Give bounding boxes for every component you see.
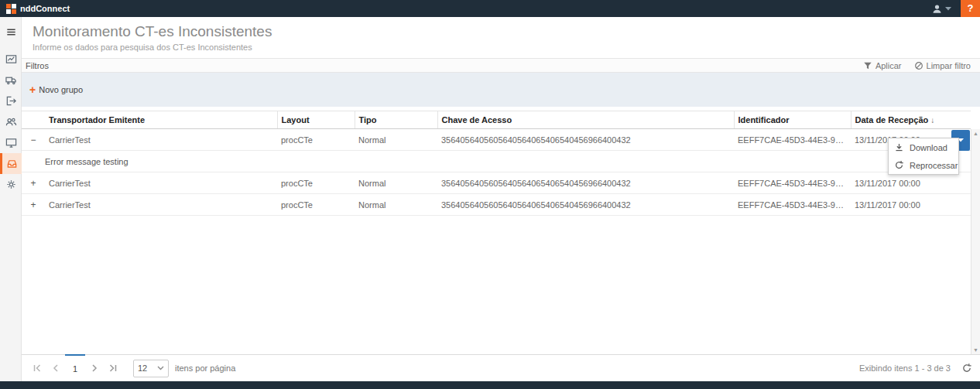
expand-row-button[interactable]: +	[30, 179, 36, 188]
new-group-label: Novo grupo	[39, 85, 83, 94]
filters-title: Filtros	[26, 61, 49, 70]
inbox-documents-icon	[6, 158, 18, 169]
export-icon	[5, 95, 17, 107]
clear-filter-button[interactable]: Limpar filtro	[914, 61, 971, 70]
filter-group-panel: + Novo grupo	[22, 73, 980, 107]
cell-chave: 3564056405605640564065406540456966400432	[437, 129, 734, 151]
prev-page-button[interactable]	[46, 359, 65, 377]
refresh-button[interactable]	[961, 363, 972, 374]
cell-data: 13/11/2017 00:00	[851, 172, 971, 194]
sidebar	[0, 17, 22, 381]
page-size-value: 12	[138, 363, 147, 373]
detail-message: Error message testing	[22, 151, 971, 172]
menu-item-label: Reprocessar	[910, 161, 958, 170]
download-icon	[894, 142, 904, 152]
filter-funnel-icon	[863, 61, 872, 70]
user-menu[interactable]	[932, 4, 951, 14]
table-row[interactable]: − CarrierTest procCTe Normal 35640564056…	[22, 129, 971, 151]
cell-transportador: CarrierTest	[45, 194, 277, 216]
col-header-label: Data de Recepção	[855, 115, 929, 125]
truck-icon	[5, 74, 17, 86]
cell-layout: procCTe	[277, 194, 355, 216]
col-header-expander	[22, 111, 45, 129]
next-page-button[interactable]	[85, 359, 104, 377]
header-row: Transportador Emitente Layout Tipo Chave…	[22, 111, 971, 129]
cell-identificador: EEFF7CAE-45D3-44E3-983D-666564F24...	[734, 194, 851, 216]
users-icon	[5, 116, 17, 128]
help-button[interactable]: ?	[961, 0, 980, 17]
col-header-label: Identificador	[738, 115, 790, 125]
first-page-button[interactable]	[28, 359, 46, 377]
row-actions-menu: Download Reprocessar	[888, 138, 959, 175]
table-row[interactable]: + CarrierTest procCTe Normal 35640564056…	[22, 172, 971, 194]
expand-row-button[interactable]: +	[30, 200, 36, 210]
sidebar-item-settings[interactable]	[0, 174, 22, 195]
apply-filter-button[interactable]: Aplicar	[863, 61, 902, 70]
brand-logo-icon	[6, 4, 16, 14]
gear-icon	[5, 179, 17, 190]
col-header-data[interactable]: Data de Recepção↓	[851, 111, 971, 129]
col-header-tipo[interactable]: Tipo	[355, 111, 437, 129]
table-row[interactable]: + CarrierTest procCTe Normal 35640564056…	[22, 194, 971, 216]
menu-item-label: Download	[910, 143, 947, 152]
cell-transportador: CarrierTest	[45, 172, 277, 194]
results-grid: Transportador Emitente Layout Tipo Chave…	[22, 111, 980, 354]
col-header-label: Transportador Emitente	[49, 115, 145, 125]
col-header-label: Tipo	[359, 115, 377, 125]
sidebar-item-freight[interactable]	[0, 70, 22, 90]
sidebar-item-cte[interactable]	[0, 153, 22, 174]
cancel-circle-icon	[914, 61, 923, 70]
cell-data: 13/11/2017 00:00	[851, 194, 971, 216]
detail-row: Error message testing	[22, 151, 971, 172]
new-group-button[interactable]: + Novo grupo	[29, 85, 83, 94]
vertical-scrollbar[interactable]: ▲ ▼	[971, 129, 980, 354]
topbar: nddConnect ?	[0, 0, 980, 17]
col-header-layout[interactable]: Layout	[277, 111, 355, 129]
col-header-label: Layout	[282, 115, 310, 125]
col-header-transportador[interactable]: Transportador Emitente	[45, 111, 277, 129]
cell-identificador: EEFF7CAE-45D3-44E3-983D-666564F24...	[734, 172, 851, 194]
cell-tipo: Normal	[355, 129, 437, 151]
menu-item-reprocess[interactable]: Reprocessar	[889, 156, 958, 174]
clear-filter-label: Limpar filtro	[927, 61, 971, 70]
page-subtitle: Informe os dados para pesquisa dos CT-es…	[33, 43, 969, 52]
cell-chave: 3564056405605640564065406540456966400432	[437, 194, 734, 216]
cell-transportador: CarrierTest	[45, 129, 277, 151]
collapse-row-button[interactable]: −	[30, 135, 36, 145]
chevron-down-icon	[945, 7, 951, 11]
items-summary: Exibindo itens 1 - 3 de 3	[859, 363, 951, 373]
apply-filter-label: Aplicar	[875, 61, 902, 70]
current-page[interactable]: 1	[65, 354, 85, 381]
sort-desc-icon: ↓	[930, 116, 934, 125]
scroll-up-icon[interactable]: ▲	[973, 131, 978, 136]
pagination-bar: 1 12 itens por página Exibindo itens 1 -…	[22, 354, 980, 381]
cell-identificador: EEFF7CAE-45D3-44E3-983D-666564F24...	[734, 129, 851, 151]
plus-icon: +	[29, 86, 36, 94]
sidebar-item-users[interactable]	[0, 111, 22, 132]
sidebar-item-monitor[interactable]	[0, 132, 22, 153]
monitor-icon	[5, 137, 17, 148]
per-page-label: itens por página	[175, 363, 235, 373]
cell-tipo: Normal	[355, 194, 437, 216]
page-title: Monitoramento CT-es Inconsistentes	[33, 23, 969, 40]
hamburger-icon	[5, 26, 17, 38]
refresh-icon	[894, 160, 904, 170]
page-size-select[interactable]: 12	[133, 360, 169, 377]
col-header-identificador[interactable]: Identificador	[734, 111, 851, 129]
chevron-down-icon	[157, 366, 164, 370]
brand: nddConnect	[6, 4, 70, 14]
sidebar-item-export[interactable]	[0, 90, 22, 111]
footer-bar	[0, 381, 980, 389]
user-icon	[932, 4, 942, 14]
brand-name: nddConnect	[20, 4, 70, 13]
sidebar-item-reports[interactable]	[0, 49, 22, 70]
main-content: Monitoramento CT-es Inconsistentes Infor…	[22, 17, 980, 381]
col-header-chave[interactable]: Chave de Acesso	[437, 111, 734, 129]
cell-chave: 3564056405605640564065406540456966400432	[437, 172, 734, 194]
scroll-down-icon[interactable]: ▼	[973, 347, 978, 353]
sidebar-item-menu[interactable]	[0, 22, 22, 43]
filters-bar: Filtros Aplicar Limpar filtro	[22, 58, 980, 73]
menu-item-download[interactable]: Download	[889, 138, 958, 156]
last-page-button[interactable]	[104, 359, 122, 377]
cell-layout: procCTe	[277, 129, 355, 151]
